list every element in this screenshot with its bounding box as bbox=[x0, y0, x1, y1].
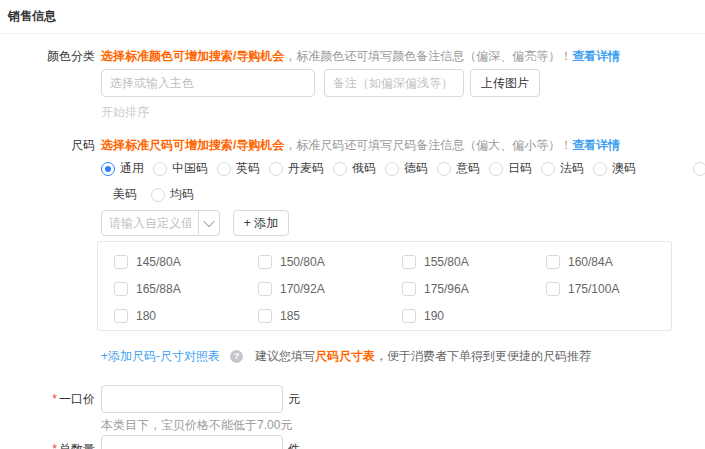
custom-size-row: + 添加 bbox=[101, 210, 705, 236]
radio-option[interactable]: 丹麦码 bbox=[269, 160, 324, 177]
radio-circle-icon[interactable] bbox=[541, 162, 555, 176]
radio-option-label: 日码 bbox=[508, 160, 532, 177]
checkbox-icon[interactable] bbox=[258, 282, 272, 296]
upload-image-button[interactable]: 上传图片 bbox=[470, 69, 540, 97]
radio-option-label: 均码 bbox=[170, 186, 194, 203]
radio-circle-icon[interactable] bbox=[593, 162, 607, 176]
checkbox-option[interactable]: 190 bbox=[402, 308, 546, 324]
size-row: 尺码 选择标准尺码可增加搜索/导购机会，标准尺码还可填写尺码备注信息（偏大、偏小… bbox=[0, 138, 705, 152]
radio-option[interactable]: 日码 bbox=[489, 160, 532, 177]
checkbox-option-label: 160/84A bbox=[568, 255, 613, 269]
checkbox-option-label: 190 bbox=[424, 309, 444, 323]
color-category-row: 颜色分类 选择标准颜色可增加搜索/导购机会，标准颜色还可填写颜色备注信息（偏深、… bbox=[0, 49, 705, 63]
color-hint-text: ，标准颜色还可填写颜色备注信息（偏深、偏亮等）！ bbox=[284, 49, 572, 63]
help-icon[interactable]: ? bbox=[230, 350, 243, 363]
checkbox-option[interactable]: 185 bbox=[258, 308, 402, 324]
add-size-button[interactable]: + 添加 bbox=[233, 210, 289, 236]
checkbox-option-label: 165/88A bbox=[136, 282, 181, 296]
custom-size-input[interactable] bbox=[102, 211, 198, 235]
quantity-input[interactable] bbox=[101, 435, 283, 449]
size-details-link[interactable]: 查看详情 bbox=[572, 138, 620, 152]
radio-circle-icon[interactable] bbox=[217, 162, 231, 176]
size-hint: 选择标准尺码可增加搜索/导购机会，标准尺码还可填写尺码备注信息（偏大、偏小等）！… bbox=[101, 138, 620, 152]
radio-circle-icon[interactable] bbox=[437, 162, 451, 176]
radio-option-label: 美码 bbox=[113, 186, 137, 203]
section-divider bbox=[0, 33, 705, 34]
size-hint-highlight: 选择标准尺码可增加搜索/导购机会 bbox=[101, 138, 284, 152]
tip-prefix: 建议您填写 bbox=[255, 349, 315, 363]
checkbox-option[interactable]: 165/88A bbox=[114, 281, 258, 297]
price-helper: 本类目下，宝贝价格不能低于7.00元 bbox=[101, 419, 705, 431]
radio-option[interactable]: 德码 bbox=[385, 160, 428, 177]
main-color-input[interactable] bbox=[101, 69, 315, 97]
price-input[interactable] bbox=[101, 385, 283, 413]
size-chart-row: +添加尺码-尺寸对照表 ? 建议您填写尺码尺寸表，便于消费者下单得到更便捷的尺码… bbox=[101, 349, 705, 363]
quantity-unit: 件 bbox=[288, 441, 300, 449]
color-details-link[interactable]: 查看详情 bbox=[572, 49, 620, 63]
checkbox-icon[interactable] bbox=[114, 255, 128, 269]
checkbox-option-label: 175/100A bbox=[568, 282, 619, 296]
radio-circle-icon[interactable] bbox=[385, 162, 399, 176]
price-label-text: 一口价 bbox=[59, 392, 95, 406]
checkbox-option-label: 175/96A bbox=[424, 282, 469, 296]
checkbox-option[interactable]: 160/84A bbox=[546, 254, 671, 270]
checkbox-icon[interactable] bbox=[402, 282, 416, 296]
size-chart-tip: 建议您填写尺码尺寸表，便于消费者下单得到更便捷的尺码推荐 bbox=[255, 349, 591, 363]
checkbox-option[interactable]: 175/100A bbox=[546, 281, 671, 297]
radio-option-label: 中国码 bbox=[172, 160, 208, 177]
radio-option-label: 德码 bbox=[404, 160, 428, 177]
add-size-chart-link[interactable]: +添加尺码-尺寸对照表 bbox=[101, 349, 220, 363]
radio-option[interactable]: 均码 bbox=[151, 186, 194, 203]
sort-order-hint: 开始排序 bbox=[101, 106, 705, 118]
color-category-label: 颜色分类 bbox=[0, 49, 95, 63]
checkbox-option[interactable]: 155/80A bbox=[402, 254, 546, 270]
checkbox-option[interactable]: 175/96A bbox=[402, 281, 546, 297]
checkbox-icon[interactable] bbox=[258, 309, 272, 323]
tip-suffix: ，便于消费者下单得到更便捷的尺码推荐 bbox=[375, 349, 591, 363]
checkbox-option-label: 170/92A bbox=[280, 282, 325, 296]
custom-size-select[interactable] bbox=[101, 210, 220, 236]
radio-option[interactable]: 中国码 bbox=[153, 160, 208, 177]
radio-circle-icon[interactable] bbox=[153, 162, 167, 176]
radio-circle-icon[interactable] bbox=[693, 162, 705, 176]
radio-circle-icon[interactable] bbox=[489, 162, 503, 176]
checkbox-icon[interactable] bbox=[114, 282, 128, 296]
price-label: *一口价 bbox=[0, 391, 95, 408]
quantity-label: *总数量 bbox=[0, 441, 95, 449]
checkbox-icon[interactable] bbox=[402, 309, 416, 323]
checkbox-icon[interactable] bbox=[114, 309, 128, 323]
radio-circle-icon[interactable] bbox=[151, 188, 165, 202]
checkbox-option[interactable]: 150/80A bbox=[258, 254, 402, 270]
checkbox-option-label: 150/80A bbox=[280, 255, 325, 269]
checkbox-icon[interactable] bbox=[258, 255, 272, 269]
color-note-input[interactable] bbox=[324, 69, 464, 97]
radio-option[interactable]: 英码 bbox=[217, 160, 260, 177]
price-unit: 元 bbox=[288, 391, 300, 408]
radio-circle-icon[interactable] bbox=[333, 162, 347, 176]
chevron-down-icon[interactable] bbox=[198, 211, 219, 235]
color-inputs-row: 上传图片 bbox=[101, 69, 705, 97]
checkbox-option[interactable]: 170/92A bbox=[258, 281, 402, 297]
checkbox-option-label: 155/80A bbox=[424, 255, 469, 269]
checkbox-option-label: 145/80A bbox=[136, 255, 181, 269]
size-options-panel: 145/80A150/80A155/80A160/84A165/88A170/9… bbox=[97, 241, 672, 331]
radio-option[interactable]: 通用 bbox=[101, 160, 144, 177]
checkbox-icon[interactable] bbox=[546, 255, 560, 269]
radio-circle-icon[interactable] bbox=[269, 162, 283, 176]
radio-option-label: 澳码 bbox=[612, 160, 636, 177]
radio-option[interactable]: 法码 bbox=[541, 160, 584, 177]
radio-option-label: 法码 bbox=[560, 160, 584, 177]
checkbox-option[interactable]: 180 bbox=[114, 308, 258, 324]
size-checkbox-grid: 145/80A150/80A155/80A160/84A165/88A170/9… bbox=[98, 242, 671, 335]
checkbox-icon[interactable] bbox=[546, 282, 560, 296]
radio-circle-icon[interactable] bbox=[101, 162, 115, 176]
section-title: 销售信息 bbox=[0, 0, 705, 25]
radio-option[interactable]: 澳码 bbox=[593, 160, 636, 177]
checkbox-option[interactable]: 145/80A bbox=[114, 254, 258, 270]
color-hint: 选择标准颜色可增加搜索/导购机会，标准颜色还可填写颜色备注信息（偏深、偏亮等）！… bbox=[101, 49, 620, 63]
radio-option-label: 意码 bbox=[456, 160, 480, 177]
checkbox-icon[interactable] bbox=[402, 255, 416, 269]
checkbox-option-label: 180 bbox=[136, 309, 156, 323]
radio-option[interactable]: 意码 bbox=[437, 160, 480, 177]
radio-option[interactable]: 俄码 bbox=[333, 160, 376, 177]
